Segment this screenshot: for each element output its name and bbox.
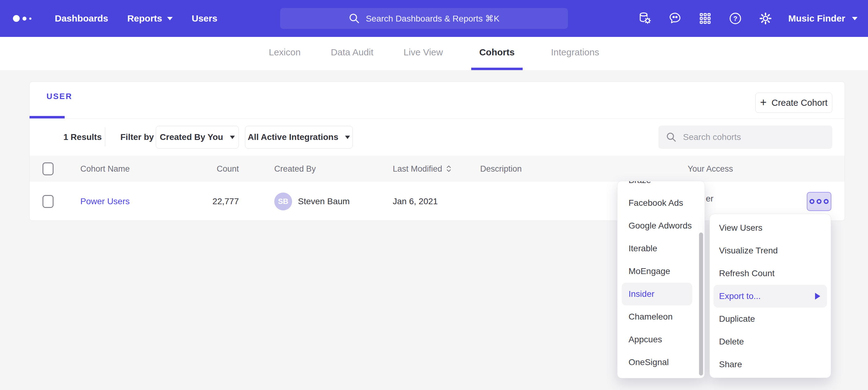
cohort-search-input[interactable] [682, 132, 813, 142]
divider [105, 127, 105, 147]
chevron-down-icon [345, 136, 350, 139]
tab-lexicon[interactable]: Lexicon [267, 37, 302, 70]
export-submenu: Braze Facebook Ads Google Adwords Iterab… [617, 181, 705, 378]
menu-item-chameleon[interactable]: Chameleon [617, 305, 705, 328]
primary-nav: Dashboards Reports Users [55, 13, 217, 24]
nav-users-label: Users [192, 13, 217, 24]
search-icon [348, 12, 360, 24]
cohort-search-field[interactable] [658, 126, 832, 149]
tab-label: Integrations [551, 47, 599, 58]
created-by-filter-dropdown[interactable]: Created By You [156, 126, 239, 149]
project-name: Music Finder [788, 13, 845, 24]
dot-icon [816, 199, 822, 204]
logo-dot [29, 18, 31, 20]
global-search-placeholder: Search Dashboards & Reports ⌘K [366, 13, 499, 24]
menu-item-export-to[interactable]: Export to... [713, 285, 827, 307]
chevron-down-icon [852, 17, 858, 20]
col-cohort-name: Cohort Name [80, 164, 130, 173]
menu-item-refresh-count[interactable]: Refresh Count [710, 262, 831, 285]
global-search[interactable]: Search Dashboards & Reports ⌘K [280, 8, 568, 29]
menu-item-delete[interactable]: Delete [710, 330, 831, 353]
data-settings-icon[interactable] [638, 11, 652, 26]
plus-icon: + [760, 97, 767, 108]
menu-item-insider[interactable]: Insider [622, 283, 692, 305]
dot-icon [809, 199, 814, 204]
scrollbar-thumb[interactable] [699, 232, 703, 376]
nav-reports[interactable]: Reports [127, 13, 173, 24]
row-checkbox[interactable] [42, 195, 54, 208]
menu-item-moengage[interactable]: MoEngage [617, 260, 705, 283]
context-menu-list: View Users Visualize Trend Refresh Count… [710, 217, 831, 376]
menu-item-view-users[interactable]: View Users [710, 217, 831, 239]
your-access-value-partial: er [706, 194, 713, 204]
dot-icon [824, 199, 829, 204]
create-cohort-button[interactable]: + Create Cohort [755, 93, 832, 113]
export-submenu-list: Braze Facebook Ads Google Adwords Iterab… [617, 181, 705, 374]
mixpanel-logo-icon[interactable] [13, 15, 31, 22]
project-switcher[interactable]: Music Finder [788, 13, 858, 24]
menu-item-duplicate[interactable]: Duplicate [710, 307, 831, 330]
menu-item-google-adwords[interactable]: Google Adwords [617, 215, 705, 237]
row-actions-button[interactable] [807, 192, 831, 211]
cohort-count: 22,777 [177, 197, 239, 206]
menu-item-share[interactable]: Share [710, 353, 831, 376]
col-description: Description [480, 164, 522, 173]
table-header: Cohort Name Count Created By Last Modifi… [30, 156, 845, 182]
nav-dashboards-label: Dashboards [55, 13, 108, 24]
col-your-access: Your Access [688, 164, 733, 173]
integrations-filter-dropdown[interactable]: All Active Integrations [245, 126, 353, 149]
feedback-icon[interactable] [668, 11, 682, 26]
logo-dot [13, 15, 20, 22]
tab-label: Lexicon [269, 47, 301, 58]
menu-item-onesignal[interactable]: OneSignal [617, 351, 705, 374]
cohorts-panel: USER + Create Cohort 1 Results Filter by… [29, 82, 845, 221]
select-all-checkbox[interactable] [42, 162, 54, 175]
tab-label: Cohorts [479, 47, 515, 58]
top-nav: Dashboards Reports Users Search Dashboar… [0, 0, 868, 37]
tab-label: Live View [404, 47, 443, 58]
col-count: Count [177, 164, 239, 173]
apps-grid-icon[interactable] [698, 11, 713, 26]
section-tabs: Lexicon Data Audit Live View Cohorts Int… [0, 37, 868, 70]
created-by-filter-value: Created By You [160, 132, 223, 142]
app-window: Dashboards Reports Users Search Dashboar… [0, 0, 868, 390]
menu-item-facebook-ads[interactable]: Facebook Ads [617, 192, 705, 215]
create-cohort-label: Create Cohort [771, 98, 827, 108]
tab-integrations[interactable]: Integrations [549, 37, 601, 70]
submenu-arrow-icon [815, 293, 820, 300]
export-to-label: Export to... [719, 291, 761, 301]
active-tab-underline [30, 116, 65, 119]
menu-item-braze[interactable]: Braze [617, 181, 705, 192]
created-by-value: Steven Baum [298, 197, 350, 206]
tab-data-audit[interactable]: Data Audit [329, 37, 375, 70]
nav-icon-group: ? Music Finder [638, 0, 858, 37]
col-created-by: Created By [274, 164, 316, 173]
panel-header: USER + Create Cohort [30, 82, 845, 119]
integrations-filter-value: All Active Integrations [248, 132, 339, 142]
menu-item-visualize-trend[interactable]: Visualize Trend [710, 239, 831, 262]
tab-cohorts[interactable]: Cohorts [471, 37, 523, 70]
tab-user-cohorts[interactable]: USER [46, 92, 72, 101]
filter-by-label: Filter by [120, 132, 154, 142]
filters-row: 1 Results Filter by Created By You All A… [30, 119, 845, 156]
results-count: 1 Results [63, 132, 102, 142]
cohort-name-link[interactable]: Power Users [80, 197, 130, 206]
nav-users[interactable]: Users [192, 13, 217, 24]
row-context-menu: View Users Visualize Trend Refresh Count… [710, 214, 831, 378]
last-modified-value: Jan 6, 2021 [393, 197, 438, 206]
chevron-down-icon [167, 17, 173, 20]
settings-gear-icon[interactable] [758, 11, 773, 26]
tab-label: Data Audit [331, 47, 373, 58]
col-last-modified-label: Last Modified [393, 164, 442, 173]
col-last-modified[interactable]: Last Modified [393, 164, 452, 173]
menu-item-iterable[interactable]: Iterable [617, 237, 705, 260]
chevron-down-icon [230, 136, 235, 139]
nav-reports-label: Reports [127, 13, 162, 24]
search-icon [666, 132, 677, 143]
tab-live-view[interactable]: Live View [402, 37, 445, 70]
menu-item-appcues[interactable]: Appcues [617, 328, 705, 351]
svg-text:?: ? [733, 15, 737, 23]
nav-dashboards[interactable]: Dashboards [55, 13, 108, 24]
sort-icon [446, 165, 452, 173]
help-icon[interactable]: ? [728, 11, 743, 26]
